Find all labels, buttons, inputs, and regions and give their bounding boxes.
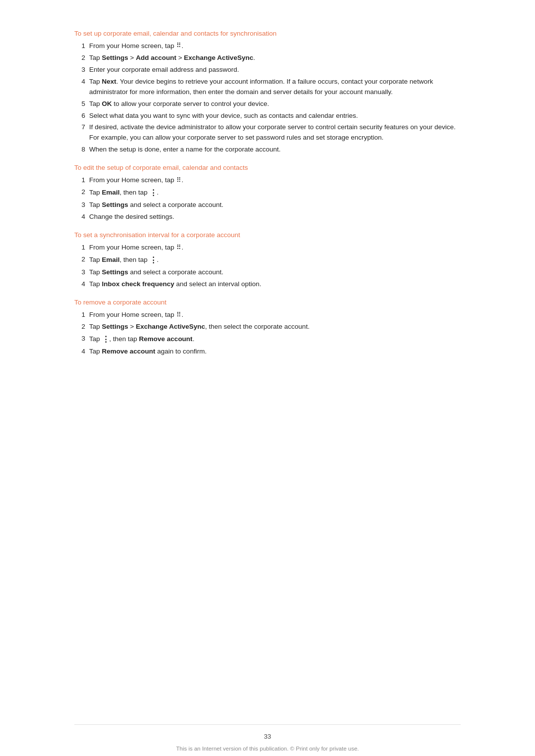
step-text: Tap Settings > Exchange ActiveSync, then… <box>89 322 461 332</box>
step-text: Tap Email, then tap . <box>89 187 461 199</box>
step-text: Tap Settings and select a corporate acco… <box>89 267 461 278</box>
list-item: 1 From your Home screen, tap . <box>74 310 461 320</box>
section-heading-remove: To remove a corporate account <box>74 299 461 306</box>
list-item: 5 Tap OK to allow your corporate server … <box>74 99 461 109</box>
step-number: 3 <box>74 65 89 75</box>
step-number: 4 <box>74 347 89 357</box>
more-icon <box>150 187 157 198</box>
step-text: Tap Inbox check frequency and select an … <box>89 279 461 290</box>
grid-icon <box>176 310 182 320</box>
step-number: 1 <box>74 41 89 51</box>
step-text: Tap , then tap Remove account. <box>89 334 461 345</box>
step-number: 2 <box>74 187 89 198</box>
step-number: 3 <box>74 267 89 278</box>
steps-list-sync: 1 From your Home screen, tap . 2 Tap Ema… <box>74 243 461 290</box>
step-number: 4 <box>74 212 89 222</box>
section-heading-edit: To edit the setup of corporate email, ca… <box>74 164 461 171</box>
step-number: 1 <box>74 243 89 253</box>
section-sync-interval: To set a synchronisation interval for a … <box>74 231 461 290</box>
step-text: Tap Remove account again to confirm. <box>89 347 461 357</box>
section-setup: To set up corporate email, calendar and … <box>74 30 461 155</box>
list-item: 2 Tap Email, then tap . <box>74 187 461 199</box>
step-text: Enter your corporate email address and p… <box>89 65 461 75</box>
list-item: 2 Tap Settings > Add account > Exchange … <box>74 53 461 63</box>
list-item: 4 Tap Next. Your device begins to retrie… <box>74 77 461 98</box>
list-item: 3 Tap Settings and select a corporate ac… <box>74 267 461 278</box>
list-item: 8 When the setup is done, enter a name f… <box>74 145 461 155</box>
list-item: 3 Tap , then tap Remove account. <box>74 334 461 345</box>
grid-icon <box>176 41 182 50</box>
list-item: 6 Select what data you want to sync with… <box>74 111 461 121</box>
list-item: 4 Change the desired settings. <box>74 212 461 222</box>
step-text: From your Home screen, tap . <box>89 41 461 51</box>
list-item: 1 From your Home screen, tap . <box>74 243 461 253</box>
page-content: To set up corporate email, calendar and … <box>74 0 461 724</box>
grid-icon <box>176 175 182 185</box>
step-text: When the setup is done, enter a name for… <box>89 145 461 155</box>
list-item: 2 Tap Settings > Exchange ActiveSync, th… <box>74 322 461 332</box>
list-item: 1 From your Home screen, tap . <box>74 41 461 51</box>
step-number: 3 <box>74 334 89 344</box>
step-text: Tap OK to allow your corporate server to… <box>89 99 461 109</box>
list-item: 3 Tap Settings and select a corporate ac… <box>74 200 461 210</box>
footer-note: This is an Internet version of this publ… <box>176 746 359 752</box>
step-number: 4 <box>74 77 89 87</box>
section-heading-sync: To set a synchronisation interval for a … <box>74 231 461 239</box>
list-item: 7 If desired, activate the device admini… <box>74 122 461 143</box>
step-text: Select what data you want to sync with y… <box>89 111 461 121</box>
step-text: From your Home screen, tap . <box>89 310 461 320</box>
section-heading-setup: To set up corporate email, calendar and … <box>74 30 461 37</box>
steps-list-edit: 1 From your Home screen, tap . 2 Tap Ema… <box>74 175 461 222</box>
step-text: Tap Next. Your device begins to retrieve… <box>89 77 461 98</box>
step-text: Tap Settings > Add account > Exchange Ac… <box>89 53 461 63</box>
list-item: 4 Tap Remove account again to confirm. <box>74 347 461 357</box>
step-number: 7 <box>74 122 89 133</box>
step-number: 3 <box>74 200 89 210</box>
step-text: Tap Settings and select a corporate acco… <box>89 200 461 210</box>
steps-list-remove: 1 From your Home screen, tap . 2 Tap Set… <box>74 310 461 357</box>
step-text: Tap Email, then tap . <box>89 254 461 266</box>
step-text: From your Home screen, tap . <box>89 243 461 253</box>
step-number: 5 <box>74 99 89 109</box>
step-number: 4 <box>74 279 89 290</box>
page-footer: 33 This is an Internet version of this p… <box>74 724 461 756</box>
step-number: 2 <box>74 254 89 265</box>
more-icon <box>150 254 157 265</box>
section-remove: To remove a corporate account 1 From you… <box>74 299 461 357</box>
step-number: 6 <box>74 111 89 121</box>
list-item: 3 Enter your corporate email address and… <box>74 65 461 75</box>
list-item: 1 From your Home screen, tap . <box>74 175 461 186</box>
step-number: 1 <box>74 310 89 320</box>
list-item: 4 Tap Inbox check frequency and select a… <box>74 279 461 290</box>
steps-list-setup: 1 From your Home screen, tap . 2 Tap Set… <box>74 41 461 155</box>
step-text: Change the desired settings. <box>89 212 461 222</box>
step-number: 2 <box>74 322 89 332</box>
section-edit: To edit the setup of corporate email, ca… <box>74 164 461 222</box>
list-item: 2 Tap Email, then tap . <box>74 254 461 266</box>
step-number: 2 <box>74 53 89 63</box>
step-number: 8 <box>74 145 89 155</box>
step-text: If desired, activate the device administ… <box>89 122 461 143</box>
step-number: 1 <box>74 175 89 186</box>
page-number: 33 <box>74 733 461 740</box>
step-text: From your Home screen, tap . <box>89 175 461 186</box>
more-icon <box>102 333 109 345</box>
grid-icon <box>176 243 182 252</box>
